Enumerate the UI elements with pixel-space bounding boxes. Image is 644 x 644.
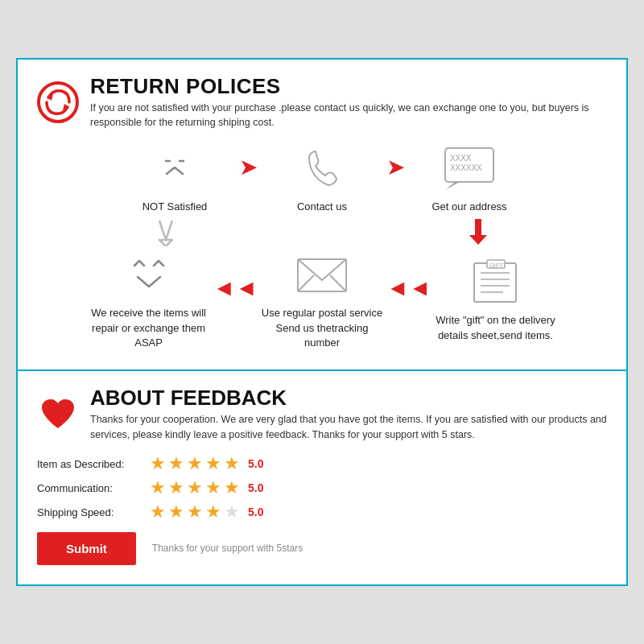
svg-marker-11: [469, 235, 487, 245]
rating-row-communication: Communication: ★ ★ ★ ★ ★ 5.0: [37, 479, 607, 497]
step-postal-label: Use regular postal service Send us thetr…: [258, 306, 386, 350]
return-title: RETURN POLICES: [90, 74, 607, 99]
steps-row-2: We receive the items will repair or exch…: [37, 250, 607, 350]
star-3[interactable]: ★: [187, 455, 203, 473]
submit-row: Submit Thanks for your support with 5sta…: [37, 532, 607, 565]
submit-button[interactable]: Submit: [37, 532, 136, 565]
rating-value-comm: 5.0: [248, 481, 263, 494]
arrow-right-1: ➤: [239, 154, 258, 180]
feedback-title-area: ABOUT FEEDBACK Thanks for your cooperati…: [90, 386, 607, 443]
step-contact-us-label: Contact us: [297, 200, 347, 214]
step-write-gift-label: Write "gift" on the delivery details she…: [431, 313, 559, 342]
rating-row-shipping: Shipping Speed: ★ ★ ★ ★ ★ 5.0: [37, 503, 607, 521]
star-5[interactable]: ★: [224, 455, 240, 473]
feedback-subtitle: Thanks for your cooperation. We are very…: [90, 412, 607, 443]
steps-row-1: NOT Satisfied ➤ Contact us ➤: [37, 143, 607, 214]
svg-line-14: [330, 275, 346, 291]
step-get-address-label: Get our address: [431, 200, 506, 214]
star-4[interactable]: ★: [205, 455, 221, 473]
star-5[interactable]: ★: [224, 479, 240, 497]
star-3[interactable]: ★: [187, 479, 203, 497]
star-2[interactable]: ★: [168, 455, 184, 473]
feedback-header: ABOUT FEEDBACK Thanks for your cooperati…: [37, 386, 607, 443]
step-postal-service: Use regular postal service Send us thetr…: [258, 250, 386, 350]
rating-label-comm: Communication:: [37, 482, 150, 494]
svg-text:GIFT: GIFT: [489, 262, 503, 269]
arrow-right-2: ➤: [386, 154, 405, 180]
stars-comm[interactable]: ★ ★ ★ ★ ★: [150, 479, 240, 497]
step-contact-us: Contact us: [258, 143, 386, 214]
svg-rect-10: [475, 219, 481, 237]
main-container: RETURN POLICES If you are not satisfied …: [16, 58, 628, 587]
svg-point-0: [39, 83, 77, 122]
feedback-title: ABOUT FEEDBACK: [90, 386, 607, 411]
submit-note: Thanks for your support with 5stars: [152, 542, 303, 555]
star-2[interactable]: ★: [168, 479, 184, 497]
svg-rect-12: [298, 259, 346, 291]
arrow-down-red: [414, 217, 543, 246]
arrow-left-1: ◄◄: [213, 275, 258, 301]
star-1[interactable]: ★: [150, 503, 166, 521]
star-2[interactable]: ★: [168, 503, 184, 521]
return-header: RETURN POLICES If you are not satisfied …: [37, 74, 607, 131]
return-title-area: RETURN POLICES If you are not satisfied …: [90, 74, 607, 131]
arrow-left-2: ◄◄: [386, 275, 431, 301]
return-section: RETURN POLICES If you are not satisfied …: [18, 60, 626, 371]
star-3[interactable]: ★: [187, 503, 203, 521]
arrow-down-gray: [101, 217, 230, 246]
step-receive-items: We receive the items will repair or exch…: [85, 250, 213, 350]
svg-line-13: [298, 275, 314, 291]
star-4[interactable]: ★: [205, 479, 221, 497]
svg-text:XXXXXX: XXXXXX: [450, 163, 482, 173]
rating-label-item: Item as Described:: [37, 458, 150, 470]
feedback-section: ABOUT FEEDBACK Thanks for your cooperati…: [18, 371, 626, 585]
svg-rect-15: [474, 263, 516, 302]
envelope-icon: [294, 250, 350, 301]
happy-face-icon: [125, 250, 173, 301]
stars-item[interactable]: ★ ★ ★ ★ ★: [150, 455, 240, 473]
heart-icon: [37, 393, 79, 435]
ratings-area: Item as Described: ★ ★ ★ ★ ★ 5.0 Communi…: [37, 455, 607, 521]
svg-marker-6: [445, 182, 460, 190]
rating-label-shipping: Shipping Speed:: [37, 506, 150, 518]
rating-value-shipping: 5.0: [248, 506, 263, 518]
return-subtitle: If you are not satisfied with your purch…: [90, 101, 607, 131]
rating-value-item: 5.0: [248, 457, 263, 470]
step-not-satisfied-label: NOT Satisfied: [142, 200, 208, 214]
step-not-satisfied: NOT Satisfied: [110, 143, 239, 214]
star-1[interactable]: ★: [150, 479, 166, 497]
gift-card-icon: GIFT: [468, 257, 522, 308]
step-receive-label: We receive the items will repair or exch…: [85, 306, 213, 350]
steps-area: NOT Satisfied ➤ Contact us ➤: [37, 143, 607, 350]
chat-bubble-icon: XXXX XXXXXX: [440, 143, 498, 195]
svg-marker-9: [159, 240, 172, 246]
star-1[interactable]: ★: [150, 455, 166, 473]
step-write-gift: GIFT Write "gift" on the delivery detail…: [431, 257, 559, 342]
refresh-icon: [37, 81, 79, 123]
middle-arrows-row: [37, 217, 607, 246]
step-get-address: XXXX XXXXXX Get our address: [405, 143, 534, 214]
rating-row-item-described: Item as Described: ★ ★ ★ ★ ★ 5.0: [37, 455, 607, 473]
sad-face-icon: [152, 143, 197, 195]
star-4[interactable]: ★: [205, 503, 221, 521]
phone-icon: [299, 143, 345, 195]
star-5[interactable]: ★: [224, 503, 240, 521]
stars-shipping[interactable]: ★ ★ ★ ★ ★: [150, 503, 240, 521]
